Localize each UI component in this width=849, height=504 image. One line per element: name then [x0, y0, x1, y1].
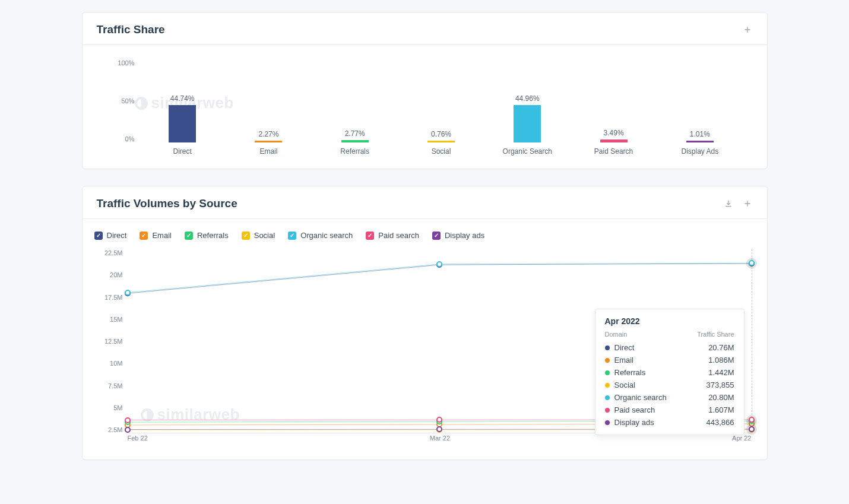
tooltip-series-label: Social	[614, 381, 635, 389]
bar-column[interactable]: 1.01%Display Ads	[657, 59, 743, 142]
legend-item[interactable]: ✓Direct	[94, 231, 127, 240]
legend-label: Direct	[107, 231, 127, 240]
tooltip-row: Email1.086M	[605, 354, 734, 366]
checkbox-icon: ✓	[140, 232, 148, 240]
tooltip-series-value: 1.086M	[708, 356, 734, 364]
bar-category-label: Display Ads	[681, 147, 718, 156]
line-ytick: 12.5M	[104, 338, 123, 345]
tooltip-series-label: Referrals	[614, 368, 646, 377]
data-point[interactable]	[436, 261, 442, 267]
data-point[interactable]	[125, 290, 131, 296]
line-xtick: Feb 22	[128, 435, 148, 445]
line-chart-xaxis: Feb 22Mar 22Apr 22	[128, 435, 752, 445]
bar-value-label: 2.77%	[345, 129, 365, 138]
tooltip-series-value: 1.607M	[708, 405, 734, 414]
tooltip-row: Direct20.76M	[605, 341, 734, 354]
bar-value-label: 3.49%	[604, 129, 624, 137]
volumes-legend: ✓Direct✓Email✓Referrals✓Social✓Organic s…	[93, 230, 756, 247]
traffic-share-actions	[742, 24, 753, 35]
line-ytick: 5M	[113, 404, 122, 411]
checkbox-icon: ✓	[288, 232, 296, 240]
bar-column[interactable]: 3.49%Paid Search	[571, 59, 657, 142]
traffic-volumes-panel: Traffic Volumes by Source ✓Direct✓Email✓…	[82, 186, 768, 460]
data-point[interactable]	[125, 427, 131, 433]
tooltip-row: Referrals1.442M	[605, 366, 734, 379]
bar-chart-bars: 44.74%Direct2.27%Email2.77%Referrals0.76…	[140, 59, 743, 142]
bar-rect	[514, 105, 541, 142]
legend-item[interactable]: ✓Social	[242, 231, 275, 240]
tooltip-row: Social373,855	[605, 379, 734, 391]
tooltip-rows: Direct20.76MEmail1.086MReferrals1.442MSo…	[605, 341, 734, 429]
chart-tooltip: Apr 2022 Domain Traffic Share Direct20.7…	[595, 309, 745, 435]
tooltip-series-label: Display ads	[614, 418, 654, 427]
legend-label: Organic search	[300, 231, 353, 240]
checkbox-icon: ✓	[185, 232, 193, 240]
line-ytick: 17.5M	[104, 294, 123, 301]
line-ytick: 15M	[110, 316, 122, 323]
tooltip-row: Display ads443,866	[605, 416, 734, 429]
bar-column[interactable]: 2.27%Email	[226, 59, 312, 142]
traffic-share-chart: similarweb 100%50%0% 44.74%Direct2.27%Em…	[83, 45, 767, 169]
line-ytick: 20M	[110, 271, 122, 278]
legend-item[interactable]: ✓Organic search	[288, 231, 353, 240]
checkbox-icon: ✓	[94, 232, 103, 240]
data-point[interactable]	[749, 417, 755, 423]
legend-item[interactable]: ✓Paid search	[366, 231, 419, 240]
tooltip-series-label: Organic search	[614, 393, 667, 402]
legend-label: Display ads	[445, 231, 484, 240]
bar-column[interactable]: 44.96%Organic Search	[484, 59, 571, 142]
series-pip-icon	[605, 408, 610, 413]
legend-item[interactable]: ✓Display ads	[432, 231, 484, 240]
traffic-volumes-header: Traffic Volumes by Source	[83, 186, 767, 219]
legend-item[interactable]: ✓Referrals	[185, 231, 229, 240]
data-point[interactable]	[125, 417, 131, 423]
series-pip-icon	[605, 395, 610, 400]
line-ytick: 2.5M	[108, 426, 122, 433]
bar-value-label: 0.76%	[431, 130, 451, 138]
legend-label: Paid search	[378, 231, 419, 240]
line-ytick: 7.5M	[108, 382, 122, 389]
series-pip-icon	[605, 383, 610, 388]
bar-rect	[427, 141, 455, 142]
bar-value-label: 2.27%	[258, 130, 278, 138]
tooltip-series-label: Direct	[614, 343, 635, 352]
bar-rect	[169, 105, 196, 142]
traffic-share-panel: Traffic Share similarweb 100%50%0% 44.74…	[82, 12, 768, 169]
add-icon[interactable]	[742, 24, 753, 35]
bar-category-label: Direct	[173, 147, 191, 156]
data-point[interactable]	[749, 426, 755, 432]
bar-rect	[600, 140, 628, 142]
line-xtick: Apr 22	[732, 435, 751, 445]
bar-rect	[341, 140, 369, 142]
tooltip-row: Organic search20.80M	[605, 391, 734, 404]
bar-value-label: 44.74%	[170, 94, 195, 103]
tooltip-columns: Domain Traffic Share	[605, 331, 734, 338]
bar-rect	[686, 141, 714, 142]
series-line	[128, 264, 752, 293]
download-icon[interactable]	[723, 198, 734, 209]
series-pip-icon	[605, 358, 610, 363]
traffic-volumes-body: ✓Direct✓Email✓Referrals✓Social✓Organic s…	[83, 219, 767, 459]
tooltip-series-label: Email	[614, 356, 634, 364]
add-icon[interactable]	[742, 198, 753, 209]
data-point[interactable]	[749, 260, 755, 266]
volumes-chart: similarweb 22.5M20M17.5M15M12.5M10M7.5M5…	[93, 249, 756, 445]
legend-item[interactable]: ✓Email	[140, 231, 172, 240]
bar-column[interactable]: 0.76%Social	[398, 59, 484, 142]
traffic-share-title: Traffic Share	[97, 23, 165, 36]
series-pip-icon	[605, 420, 610, 425]
bar-column[interactable]: 44.74%Direct	[140, 59, 226, 142]
tooltip-series-value: 20.80M	[708, 393, 734, 402]
bar-ytick: 50%	[121, 97, 134, 104]
bar-category-label: Social	[432, 147, 451, 156]
tooltip-series-value: 373,855	[707, 381, 734, 389]
bar-value-label: 1.01%	[690, 130, 710, 138]
bar-ytick: 100%	[118, 59, 134, 66]
series-pip-icon	[605, 345, 610, 350]
bar-category-label: Paid Search	[594, 147, 633, 156]
checkbox-icon: ✓	[242, 232, 250, 240]
bar-category-label: Email	[259, 147, 277, 156]
crosshair	[752, 249, 752, 433]
legend-label: Social	[254, 231, 275, 240]
bar-column[interactable]: 2.77%Referrals	[312, 59, 398, 142]
